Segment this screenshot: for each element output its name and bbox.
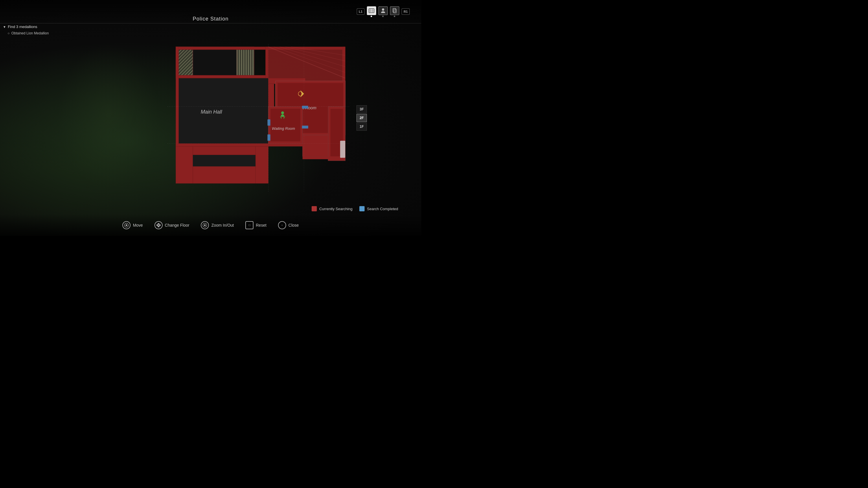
zoom-label: Zoom In/Out xyxy=(211,223,234,228)
svg-point-63 xyxy=(281,111,284,114)
svg-rect-58 xyxy=(268,134,271,141)
map-legend: Currently Searching Search Completed xyxy=(312,206,398,211)
r-stick-icon xyxy=(201,221,209,229)
svg-rect-54 xyxy=(268,144,302,147)
r1-button[interactable]: R1 xyxy=(402,8,410,15)
search-completed-label: Search Completed xyxy=(367,207,398,211)
svg-rect-27 xyxy=(176,144,269,147)
move-label: Move xyxy=(133,223,143,228)
circle-icon: ○ xyxy=(7,31,9,35)
svg-rect-31 xyxy=(193,155,256,166)
floor-map: Main Hall xyxy=(167,41,349,195)
svg-point-71 xyxy=(126,224,127,226)
currently-searching-label: Currently Searching xyxy=(319,207,352,211)
svg-text:Waiting Room: Waiting Room xyxy=(272,126,295,131)
map-container: Main Hall xyxy=(110,23,421,213)
floor-selector[interactable]: 3F 2F 1F xyxy=(356,105,367,131)
control-zoom: Zoom In/Out xyxy=(201,221,234,229)
objective-sub: ○ Obtained Lion Medallion xyxy=(7,31,84,35)
svg-rect-22 xyxy=(176,75,269,78)
svg-text:Main Hall: Main Hall xyxy=(201,109,222,115)
svg-rect-30 xyxy=(193,166,256,183)
floor-2f-button[interactable]: 2F xyxy=(356,114,367,122)
svg-point-1 xyxy=(382,8,384,11)
svg-rect-0 xyxy=(369,9,374,13)
l1-button[interactable]: L1 xyxy=(357,8,365,15)
svg-rect-24 xyxy=(266,47,269,81)
control-close: ○ Close xyxy=(278,221,299,229)
character-icon xyxy=(378,6,388,15)
svg-rect-60 xyxy=(302,126,308,129)
control-reset: □ Reset xyxy=(245,221,267,229)
circle-button-icon: ○ xyxy=(278,221,286,229)
map-title: Police Station xyxy=(193,16,228,22)
close-label: Close xyxy=(288,223,299,228)
bottom-controls: Move Change Floor Zoom In/Out □ Reset ○ … xyxy=(0,214,421,236)
change-floor-label: Change Floor xyxy=(165,223,189,228)
control-move: Move xyxy=(122,221,143,229)
character-nav-item[interactable] xyxy=(378,6,388,17)
svg-rect-55 xyxy=(303,156,343,159)
svg-rect-57 xyxy=(268,120,271,126)
files-nav-item[interactable] xyxy=(390,6,399,17)
objectives-panel: ▼ Find 3 medallions ○ Obtained Lion Meda… xyxy=(3,25,84,35)
svg-rect-59 xyxy=(302,106,308,109)
search-completed-swatch xyxy=(359,206,365,211)
currently-searching-swatch xyxy=(312,206,317,211)
svg-rect-53 xyxy=(303,135,329,156)
floor-1f-button[interactable]: 1F xyxy=(356,123,367,131)
legend-search-completed: Search Completed xyxy=(359,206,398,211)
chevron-down-icon: ▼ xyxy=(3,25,6,29)
svg-rect-56 xyxy=(340,141,345,158)
files-icon xyxy=(390,6,399,15)
l-stick-icon xyxy=(122,221,130,229)
dpad-icon xyxy=(155,221,163,229)
floor-3f-button[interactable]: 3F xyxy=(356,105,367,113)
legend-currently-searching: Currently Searching xyxy=(312,206,352,211)
svg-rect-11 xyxy=(193,47,237,78)
svg-rect-25 xyxy=(179,78,268,143)
nav-icons-group: L1 xyxy=(357,6,410,17)
map-wrapper: Main Hall xyxy=(164,38,367,197)
square-button-icon: □ xyxy=(245,221,253,229)
svg-rect-43 xyxy=(268,84,274,107)
svg-rect-21 xyxy=(176,47,269,50)
svg-rect-32 xyxy=(255,146,268,183)
svg-rect-28 xyxy=(176,146,193,183)
map-nav-item[interactable] xyxy=(367,6,376,17)
svg-rect-74 xyxy=(158,224,159,226)
control-change-floor: Change Floor xyxy=(155,221,189,229)
map-icon xyxy=(367,6,376,15)
objective-sub-text: Obtained Lion Medallion xyxy=(11,31,49,35)
map-title-bar: Police Station xyxy=(0,16,421,22)
objective-main-text: Find 3 medallions xyxy=(8,25,37,29)
svg-point-76 xyxy=(204,224,206,226)
reset-label: Reset xyxy=(256,223,267,228)
svg-rect-29 xyxy=(193,146,256,155)
svg-rect-49 xyxy=(271,109,300,141)
objective-main: ▼ Find 3 medallions xyxy=(3,25,84,29)
